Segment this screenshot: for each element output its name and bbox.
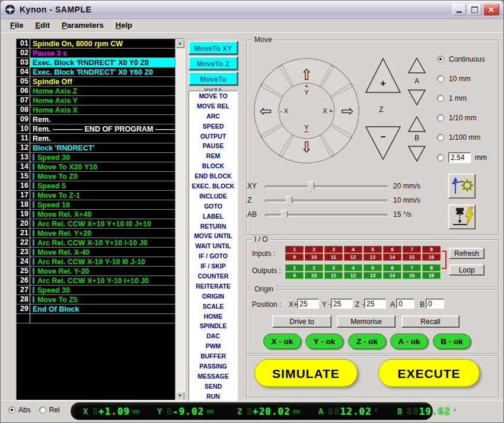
program-line[interactable]: 11Rem. xyxy=(17,134,175,143)
origin-input-b[interactable] xyxy=(426,299,444,309)
moveto-button-moveto-z[interactable]: MoveTo Z xyxy=(189,56,238,70)
command-item[interactable]: PASSING xyxy=(189,361,237,371)
output-led-11[interactable]: 11 xyxy=(324,272,343,279)
menu-file[interactable]: File xyxy=(4,20,29,31)
program-line[interactable]: 20Arc Rel. CCW X+10 Y+10 I0 J+10 xyxy=(17,219,175,229)
recall-button[interactable]: Recall xyxy=(401,315,460,328)
program-line[interactable]: 08Home Axis X xyxy=(17,105,175,115)
simulate-button[interactable]: SIMULATE xyxy=(254,359,358,387)
custom-step-input[interactable] xyxy=(448,152,471,163)
output-led-10[interactable]: 10 xyxy=(305,272,323,279)
output-led-7[interactable]: 7 xyxy=(403,264,421,271)
command-item[interactable]: OUTPUT xyxy=(189,132,237,142)
program-line[interactable]: 06Home Axis Z xyxy=(17,86,175,96)
command-item[interactable]: SPEED xyxy=(189,121,237,132)
minimize-button[interactable] xyxy=(452,4,466,15)
command-item[interactable]: BLOCK xyxy=(189,161,237,171)
program-line[interactable]: 25Move Rel. Y-20 xyxy=(17,267,175,276)
command-item[interactable]: MESSAGE xyxy=(189,371,237,382)
output-led-3[interactable]: 3 xyxy=(324,264,343,271)
command-item[interactable]: BUFFER xyxy=(189,351,237,361)
output-led-12[interactable]: 12 xyxy=(344,272,362,279)
program-line[interactable]: 24Arc Rel. CCW X-10 Y-10 I0 J-10 xyxy=(17,257,175,267)
z-ok-button[interactable]: Z - ok xyxy=(348,334,386,349)
program-line[interactable]: 04Exec. Block 'RNDRECT' X0 Y60 Z0 xyxy=(17,68,175,77)
a-plus-button[interactable] xyxy=(409,58,425,73)
step-radio[interactable] xyxy=(437,56,444,63)
b-plus-button[interactable] xyxy=(409,117,425,132)
output-led-6[interactable]: 6 xyxy=(383,264,401,271)
program-line[interactable]: 07Home Axis Y xyxy=(17,96,175,105)
b-ok-button[interactable]: B - ok xyxy=(433,334,471,349)
command-item[interactable]: REITERATE xyxy=(189,281,237,291)
output-led-9[interactable]: 9 xyxy=(285,272,304,279)
command-item[interactable]: PAUSE xyxy=(189,141,237,151)
program-line[interactable]: 01Spindle On, 8000 rpm CW xyxy=(17,39,175,49)
program-line[interactable]: 29End Of Block xyxy=(17,305,175,314)
custom-step-radio[interactable] xyxy=(437,154,444,161)
a-minus-button[interactable] xyxy=(409,90,425,105)
abs-radio[interactable] xyxy=(8,406,15,414)
refresh-button[interactable]: Refresh xyxy=(449,248,484,259)
command-item[interactable]: INCLUDE xyxy=(189,191,237,201)
title-bar[interactable]: Kynon - SAMPLE ✕ xyxy=(1,1,503,19)
execute-button[interactable]: EXECUTE xyxy=(378,359,480,387)
loop-button[interactable]: Loop xyxy=(449,264,484,275)
program-line[interactable]: 27Speed 30 xyxy=(17,286,175,295)
origin-input-z[interactable] xyxy=(364,299,386,309)
jog-up-segment[interactable] xyxy=(282,59,331,86)
abs-radio-item[interactable]: Abs xyxy=(8,406,31,414)
slider-track[interactable] xyxy=(265,214,388,217)
step-radio[interactable] xyxy=(437,114,444,121)
moveto-button-moveto-xyza[interactable]: MoveTo XYZA xyxy=(189,72,238,85)
output-led-8[interactable]: 8 xyxy=(422,264,441,271)
output-led-5[interactable]: 5 xyxy=(363,264,382,271)
menu-parameters[interactable]: Parameters xyxy=(56,20,110,31)
program-line[interactable]: 15Move To Z0 xyxy=(17,172,175,181)
a-ok-button[interactable]: A - ok xyxy=(390,334,428,349)
step-radio[interactable] xyxy=(437,134,444,141)
step-radio[interactable] xyxy=(437,75,444,82)
output-led-4[interactable]: 4 xyxy=(344,264,362,271)
command-item[interactable]: END BLOCK xyxy=(189,171,237,181)
program-scrollbar[interactable]: ▲ ▼ xyxy=(175,39,184,400)
command-item[interactable]: DAC xyxy=(189,331,237,341)
drive-to-button[interactable]: Drive to xyxy=(272,315,331,328)
jog-left-segment[interactable] xyxy=(254,86,282,136)
slider-track[interactable] xyxy=(265,185,388,188)
origin-input-x[interactable] xyxy=(297,299,319,309)
program-line[interactable]: 03Exec. Block 'RNDRECT' X0 Y0 Z0 xyxy=(17,58,175,68)
scroll-track[interactable] xyxy=(176,48,184,392)
command-item[interactable]: IF / GOTO xyxy=(189,251,237,261)
scroll-down-icon[interactable]: ▼ xyxy=(176,392,184,400)
rel-radio-item[interactable]: Rel xyxy=(39,406,60,414)
command-item[interactable]: ORIGIN xyxy=(189,291,237,302)
maximize-button[interactable] xyxy=(468,4,481,15)
command-item[interactable]: MOVE TO xyxy=(189,91,237,101)
output-led-16[interactable]: 16 xyxy=(422,272,441,279)
memorise-button[interactable]: Memorise xyxy=(337,315,395,328)
program-line[interactable]: 21Move Rel. Y+20 xyxy=(17,229,175,238)
axis-settings-button[interactable] xyxy=(448,174,476,198)
command-item[interactable]: HOME xyxy=(189,312,237,322)
command-item[interactable]: SCALE xyxy=(189,302,237,312)
program-line[interactable]: 22Arc Rel. CCW X-10 Y+10 I-10 J0 xyxy=(17,238,175,248)
program-line[interactable]: 26Arc Rel. CCW X+10 Y-10 I+10 J0 xyxy=(17,276,175,286)
jog-right-segment[interactable] xyxy=(331,86,359,136)
program-line[interactable]: 17Move To Z-1 xyxy=(17,191,175,200)
command-item[interactable]: MOVE UNTIL xyxy=(189,231,237,241)
command-item[interactable]: COUNTER xyxy=(189,271,237,281)
output-led-13[interactable]: 13 xyxy=(363,272,382,279)
program-line[interactable]: 13Speed 30 xyxy=(17,153,175,162)
output-led-1[interactable]: 1 xyxy=(285,264,304,271)
command-item[interactable]: RETURN xyxy=(189,222,237,232)
program-line[interactable]: 12Block 'RNDRECT' xyxy=(17,143,175,153)
y-ok-button[interactable]: Y - ok xyxy=(305,334,343,349)
output-led-14[interactable]: 14 xyxy=(383,272,401,279)
program-line[interactable]: 23Move Rel. X-40 xyxy=(17,248,175,257)
program-line-empty[interactable] xyxy=(17,314,175,323)
command-item[interactable]: EXEC. BLOCK xyxy=(189,181,237,191)
jog-down-segment[interactable] xyxy=(282,136,331,163)
output-led-15[interactable]: 15 xyxy=(403,272,421,279)
command-item[interactable]: REM xyxy=(189,151,237,161)
